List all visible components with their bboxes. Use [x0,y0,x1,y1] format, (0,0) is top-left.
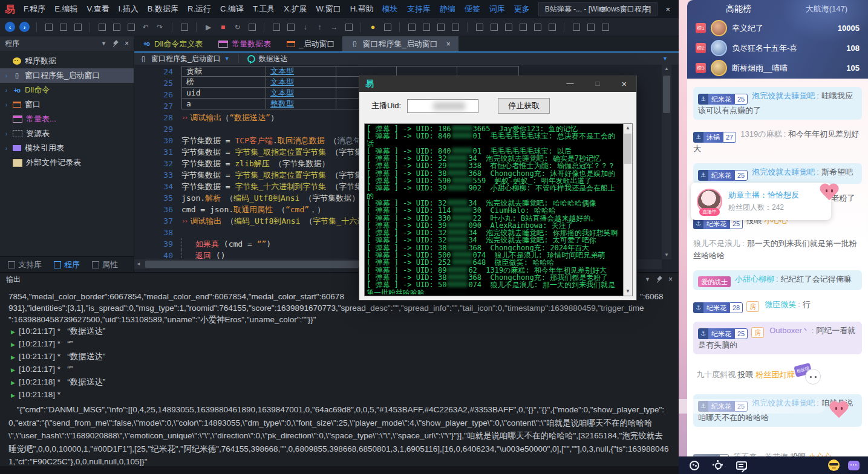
toolbar-sp3-icon[interactable] [503,22,514,32]
close-button[interactable]: × [665,5,670,14]
chat-username[interactable]: 九十度斜视 [696,370,736,379]
popup-titlebar[interactable]: 易 — □ × [359,76,636,92]
menu-R.运行[interactable]: R.运行 [188,4,211,15]
toolbar-run-icon[interactable]: ▶ [203,22,214,32]
menu-T.工具[interactable]: T.工具 [253,4,275,15]
tree-item-程序数据[interactable]: 程序数据 [0,54,134,68]
editor-vertical-scrollbar[interactable]: ▲ ▼ [662,65,671,259]
toolbar-al2-icon[interactable] [421,22,431,32]
toolbar-restart-icon[interactable]: ↻ [232,22,243,32]
editor-tab-常量数据表[interactable]: 常量数据表 [210,36,279,51]
stop-fetch-button[interactable]: 停止获取 [498,98,550,114]
chat-username[interactable]: 微臣微笑 [765,300,796,309]
tab-程序[interactable]: 程序 [48,257,85,272]
chat-username[interactable]: 泡完饺就去睡觉吧 [752,91,815,100]
toolbar-build-icon[interactable] [247,22,257,32]
maximize-button[interactable]: □ [645,5,650,14]
menu-支持库[interactable]: 支持库 [407,4,431,15]
chat-username[interactable]: 小甜心柳柳 [735,274,774,284]
panel-close-icon[interactable]: × [125,39,129,48]
toolbar-open-icon[interactable] [58,22,68,32]
toolbar-up-icon[interactable]: ↑ [315,22,325,32]
toolbar-stop-icon[interactable]: ■ [218,22,228,32]
menu-便签[interactable]: 便签 [465,4,480,15]
tree-item-窗口[interactable]: ›窗口 [0,97,134,112]
panel-pin-icon[interactable] [656,276,662,283]
theme-palette-icon[interactable] [690,461,699,470]
minimize-button[interactable]: — [622,5,630,14]
toolbar-sync-icon[interactable] [286,22,296,32]
toolbar-back-icon[interactable]: ‹ [5,22,15,32]
toolbar-undo-icon[interactable]: ↶ [140,22,151,32]
terminal-scrollbar[interactable]: ▲ ▼ [623,124,632,296]
tree-item-窗口程序集_启动窗口[interactable]: ›{}窗口程序集_启动窗口 [0,68,134,83]
chat-username[interactable]: 狼儿不是浪儿 [693,239,740,248]
toolbar-winup-icon[interactable] [271,22,281,32]
expand-arrow-icon[interactable]: › [4,102,9,108]
toolbar-sp1-icon[interactable] [474,22,485,32]
menu-I.插入[interactable]: I.插入 [119,4,139,15]
toolbar-copy-icon[interactable] [111,22,122,32]
uid-input[interactable] [407,99,478,113]
hide-panel-icon[interactable] [736,461,747,470]
scroll-left-icon[interactable]: ◄ [134,259,143,269]
panel-close-icon[interactable]: × [668,275,673,284]
rank-row[interactable]: 榜3断桥烟雨__喵喵105 [687,58,868,78]
scroll-up-icon[interactable]: ▲ [624,124,632,132]
toolbar-m2-icon[interactable] [586,22,596,32]
popup-maximize-button[interactable]: □ [596,79,600,89]
menu-X.扩展[interactable]: X.扩展 [284,4,307,15]
scroll-thumb[interactable] [624,134,631,164]
tree-item-模块引用表[interactable]: ›模块引用表 [0,141,134,155]
tree-item-Dll命令[interactable]: ›+oDll命令 [0,83,134,97]
expand-arrow-icon[interactable]: › [4,87,9,94]
settings-gear-icon[interactable]: ⚙ [599,5,606,14]
tab-fleet[interactable]: 大航海(147) [806,4,847,15]
menu-V.查看[interactable]: V.查看 [86,4,109,15]
chat-username[interactable]: 泡完饺就去睡觉吧 [752,167,815,177]
toolbar-searchdoc-icon[interactable] [179,22,189,32]
toolbar-al1-icon[interactable] [406,22,417,32]
expand-arrow-icon[interactable]: › [4,131,9,137]
menu-模块[interactable]: 模块 [382,4,398,15]
panel-pin-icon[interactable] [113,41,119,47]
breadcrumb-event[interactable]: 数据送达 [259,54,288,64]
toolbar-right-icon[interactable]: → [329,22,339,32]
toolbar-m3-icon[interactable] [600,22,610,32]
menu-H.帮助[interactable]: H.帮助 [350,4,374,15]
tab-close-icon[interactable]: × [446,40,451,48]
expand-arrow-icon[interactable]: › [4,145,9,152]
toolbar-sp4-icon[interactable] [518,22,528,32]
popup-minimize-button[interactable]: — [567,79,574,89]
toolbar-sp6-icon[interactable] [547,22,557,32]
effects-gear-icon[interactable] [713,460,723,470]
editor-tab-_启动窗口[interactable]: _启动窗口 [279,36,342,51]
scroll-down-icon[interactable]: ▼ [624,287,632,296]
menu-F.程序[interactable]: F.程序 [24,4,45,15]
toolbar-al3-icon[interactable] [436,22,446,32]
chat-bubble-icon[interactable] [848,461,860,470]
menu-E.编辑[interactable]: E.编辑 [54,4,77,15]
tree-item-常量表...[interactable]: 常量表... [0,112,134,126]
toolbar-sp2-icon[interactable] [489,22,499,32]
toolbar-lock-icon[interactable] [344,22,354,32]
chat-username[interactable]: 1319の麻糕 [740,129,782,138]
scroll-down-icon[interactable]: ▼ [662,251,671,259]
rank-row[interactable]: 榜2负尽狂名十五年-喜108 [687,38,868,58]
popup-close-button[interactable]: × [622,79,627,89]
scroll-up-icon[interactable]: ▲ [662,65,671,73]
tab-支持库[interactable]: 支持库 [2,257,47,272]
menu-静编[interactable]: 静编 [440,4,455,15]
breadcrumb-class[interactable]: 窗口程序集_启动窗口 [151,54,221,64]
menu-更多[interactable]: 更多 [514,4,530,15]
toolbar-save-icon[interactable] [73,22,83,32]
tab-属性[interactable]: 属性 [86,257,123,272]
panel-dropdown-icon[interactable]: ▼ [645,276,650,282]
rank-row[interactable]: 榜1幸义纪了10005 [687,18,868,38]
toolbar-cut-icon[interactable] [97,22,107,32]
toolbar-al4-icon[interactable] [450,22,460,32]
editor-tab-Dll命令定义表[interactable]: +oDll命令定义表 [134,36,210,51]
chevron-down-icon[interactable]: ▼ [224,56,230,62]
toolbar-m1-icon[interactable] [571,22,581,32]
expand-arrow-icon[interactable]: › [4,73,9,79]
